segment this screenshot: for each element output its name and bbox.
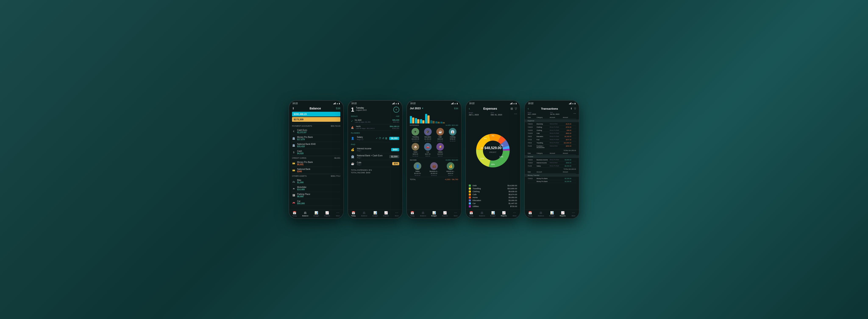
transactions-content: ‹ Transactions ⬆ ▽ Begin Jul 1, 2023 End… bbox=[525, 106, 579, 219]
cc-national-bank[interactable]: 💳 National Bank $340 bbox=[292, 167, 340, 174]
account-cash-euro[interactable]: € Cash Euro €2,372.97 bbox=[292, 128, 340, 135]
nav-budget-4[interactable]: 📊 Budget bbox=[487, 211, 498, 217]
tx-business-income[interactable]: 7/20/23 Business income Money Pro Bank $… bbox=[528, 158, 576, 162]
sort-icon-4[interactable]: ▽ bbox=[515, 107, 517, 110]
delete-action-icon[interactable]: 🗑 bbox=[385, 137, 388, 140]
tx-furniture[interactable]: 7/1/23 Furniture / Accessories National … bbox=[528, 145, 576, 149]
parking-balance: $8,900 bbox=[297, 195, 340, 198]
back-button-4[interactable]: ‹ bbox=[469, 107, 470, 111]
nav-budget-1[interactable]: 📊 Budget bbox=[311, 211, 321, 217]
nav-more-5[interactable]: ⋯ More bbox=[568, 211, 579, 217]
nav-budget-5[interactable]: 📊 Budget bbox=[546, 211, 557, 217]
cat-utilities[interactable]: ⚡ Utilities $120.00 $160.00 bbox=[435, 143, 446, 157]
nav-reports-1[interactable]: 📈 Reports bbox=[322, 211, 333, 217]
donut-profit-label: PROFIT bbox=[490, 151, 497, 153]
nav-balance-4[interactable]: ⚖ Balance bbox=[476, 211, 487, 217]
more-options-5[interactable]: ⋯ bbox=[574, 112, 576, 115]
nav-more-1[interactable]: ⋯ More bbox=[333, 211, 343, 217]
share-icon-5[interactable]: ⬆ bbox=[570, 107, 572, 110]
bar-cyan-1 bbox=[410, 116, 412, 123]
planned-salary[interactable]: 👤 Salary Aug 1 ⓘ ✓ ⏱ ↺ 🗑 $6,000 bbox=[351, 135, 399, 142]
paid-interest[interactable]: 💰 Interest income Aug 1 $400 bbox=[351, 146, 399, 153]
clock-action-icon[interactable]: ⏱ bbox=[379, 137, 381, 140]
salary-amount: $6,000 bbox=[389, 137, 399, 140]
asset-car[interactable]: 🚗 Car $50,000 bbox=[292, 199, 340, 206]
share-icon[interactable]: ⬆ bbox=[292, 107, 294, 110]
nav-today-4[interactable]: 📅 Today bbox=[466, 211, 476, 217]
edit-button-1[interactable]: Edit bbox=[336, 107, 340, 110]
tx-clothing-2[interactable]: 7/12/23 Clothing Money Pro Bank -$38.00 bbox=[528, 129, 576, 132]
nav-balance-2[interactable]: ⚖ Balance bbox=[359, 211, 370, 217]
day-name: Tuesday bbox=[356, 107, 367, 109]
nav-budget-2[interactable]: 📊 Budget bbox=[370, 211, 380, 217]
cat-home[interactable]: 🏠 Home $650.00 $1,500.00 bbox=[410, 143, 421, 157]
repeat-action-icon[interactable]: ↺ bbox=[382, 137, 384, 140]
account-money-pro[interactable]: 🏦 Money Pro Bank $17,679 bbox=[292, 135, 340, 142]
tx-cafe[interactable]: 7/10/23 Cafe Money Pro Bank -$800.00 bbox=[528, 132, 576, 135]
account-national-bank[interactable]: 🏦 National Bank 8340 $15,410 bbox=[292, 142, 340, 149]
inc-salary[interactable]: 👤 Salary $6,000.00 $6,000.00 bbox=[410, 162, 425, 176]
nav-balance-1[interactable]: ⚖ Balance bbox=[300, 211, 311, 217]
nav-reports-2[interactable]: 📈 Reports bbox=[381, 211, 392, 217]
national-bank-name: National Bank 8340 bbox=[297, 143, 340, 145]
asset-parking[interactable]: 🅿 Parking Place $8,900 bbox=[292, 192, 340, 199]
tx-salary[interactable]: 7/1/23 Salary Money Pro Bank $6,000.00 bbox=[528, 165, 576, 168]
planned-section: PLANNED bbox=[351, 130, 399, 135]
transactions-date-range: Begin Jul 1, 2023 End Jul 31, 2023 ⋯ bbox=[525, 111, 579, 116]
nav-balance-3[interactable]: ⚖ Balance bbox=[418, 211, 429, 217]
cat-travelling[interactable]: ✈ Travelling $10,800.00 $10,000.00 bbox=[410, 128, 421, 142]
tx-transfer-1[interactable]: 7/24/23 Money Pro Bank $2,200.00 bbox=[528, 177, 576, 180]
nav-reports-4[interactable]: 📈 Reports bbox=[498, 211, 509, 217]
cc-money-pro[interactable]: 💳 Money Pro Bank $5,031 bbox=[292, 160, 340, 167]
tx-transfer-2[interactable]: Money Pro Bank $2,200.00 bbox=[528, 180, 576, 183]
cat-education[interactable]: 🎓 Education $1,000.00 $1,000.00 bbox=[422, 128, 434, 142]
back-button-5[interactable]: ‹ bbox=[528, 107, 529, 111]
tx-amount-tr-1: $2,200.00 bbox=[563, 178, 571, 179]
cat-clothing[interactable]: 👔 Clothing $788.00 $1,400.00 bbox=[447, 128, 458, 142]
nav-today-5[interactable]: 📅 Today bbox=[525, 211, 535, 217]
tx-cat-5: Education bbox=[536, 136, 549, 137]
add-goal-button[interactable]: Add bbox=[396, 115, 399, 117]
goal-no-debt[interactable]: ✓ No debt Last 30 days: $1,462 $95,309 $… bbox=[351, 118, 399, 124]
bar-group-2 bbox=[415, 118, 420, 123]
tx-fuel[interactable]: 7/7/23 Fuel Money Pro Bank -$247.00 bbox=[528, 138, 576, 142]
edit-button-3[interactable]: Edit bbox=[454, 107, 458, 110]
paid-cafe[interactable]: ☕ Cafe Aug 1 $74 bbox=[351, 160, 399, 167]
asset-bike[interactable]: 🚲 Bike $1,000 bbox=[292, 178, 340, 185]
cc-money-pro-info: Money Pro Bank $5,031 bbox=[297, 161, 340, 166]
status-bar-5: 10:22 ▲ ▮ bbox=[525, 100, 579, 106]
more-options-4[interactable]: ⋯ bbox=[514, 112, 517, 116]
check-action-icon[interactable]: ✓ bbox=[376, 137, 378, 140]
filter-icon-5[interactable]: ▽ bbox=[574, 107, 576, 110]
nav-reports-5[interactable]: 📈 Reports bbox=[557, 211, 568, 217]
tx-electricity[interactable]: 7/30/23 Electricity National Bank -$120.… bbox=[528, 123, 576, 126]
cc-money-pro-name: Money Pro Bank bbox=[297, 161, 340, 163]
paid-transfer[interactable]: 🏦 National Bank > Cash Euro Aug 1 $2,500 bbox=[351, 153, 399, 160]
balance-title: Balance bbox=[310, 107, 321, 110]
tx-clothing-1[interactable]: 7/26/23 Clothing Money Pro Bank -$700.00 bbox=[528, 126, 576, 129]
inc-business[interactable]: 💼 Business in... $3,600.00 $4,000.00 bbox=[426, 162, 442, 176]
nav-today-2[interactable]: 📅 Today bbox=[348, 211, 359, 217]
nav-today-3[interactable]: 📅 Today bbox=[407, 211, 418, 217]
cat-cafe[interactable]: ☕ Cafe $800.00 $1,000.00 bbox=[435, 128, 446, 142]
tx-travelling[interactable]: 7/5/23 Travelling Money Pro Bank -$10,80… bbox=[528, 142, 576, 145]
filter-icon-4[interactable]: ⊞ bbox=[510, 107, 513, 110]
transfer-section-header: Money Transfer bbox=[525, 174, 579, 177]
nav-more-4[interactable]: ⋯ More bbox=[509, 211, 520, 217]
asset-motorbike[interactable]: 🏍 Motorbike $14,400 bbox=[292, 185, 340, 192]
tx-interest-income[interactable]: 7/15/23 Interest income National Bank $4… bbox=[528, 162, 576, 165]
nav-more-3[interactable]: ⋯ More bbox=[450, 211, 461, 217]
today-icon-5: 📅 bbox=[528, 211, 532, 214]
nav-today-1[interactable]: 📅 Today bbox=[289, 211, 300, 217]
interest-amount: $400 bbox=[391, 148, 399, 151]
nav-balance-5[interactable]: ⚖ Balance bbox=[535, 211, 546, 217]
inc-interest[interactable]: 💰 Interest inc... $400.00 $400.00 bbox=[443, 162, 458, 176]
add-transaction-button[interactable]: + bbox=[393, 107, 399, 113]
account-cash[interactable]: $ Cash $4,020 bbox=[292, 149, 340, 156]
tx-education[interactable]: 7/9/23 Education Money Pro Bank -$1,000.… bbox=[528, 135, 576, 138]
nav-budget-3[interactable]: 📊 Budget bbox=[429, 211, 439, 217]
cat-car[interactable]: 🚗 Car $247.00 $200.00 bbox=[422, 143, 434, 157]
goal-yacht[interactable]: ⛵ Yacht Last 30 days: -$11,241.5 $56,188… bbox=[351, 124, 399, 130]
nav-more-2[interactable]: ⋯ More bbox=[392, 211, 402, 217]
nav-reports-3[interactable]: 📈 Reports bbox=[439, 211, 450, 217]
